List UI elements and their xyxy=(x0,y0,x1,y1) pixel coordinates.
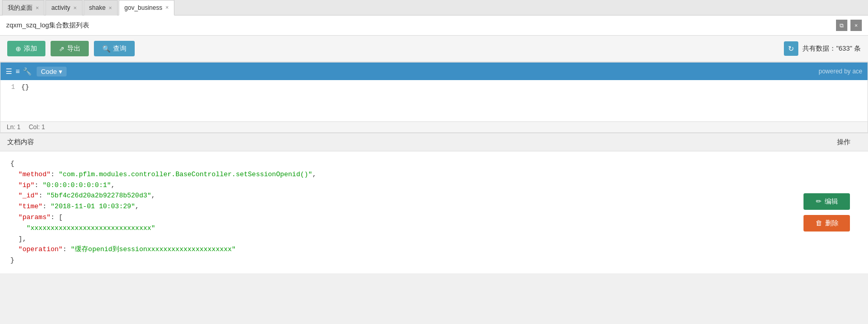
json-line-7: "xxxxxxxxxxxxxxxxxxxxxxxxxxxxxx" xyxy=(10,223,775,234)
export-icon: ⇗ xyxy=(59,45,65,53)
tab-shake-close[interactable]: × xyxy=(109,5,112,11)
code-editor: ☰ ≡ 🔧 Code ▾ powered by ace 1 {} Ln: 1 C… xyxy=(0,62,868,133)
edit-button[interactable]: ✏ 编辑 xyxy=(803,193,850,210)
editor-footer: Ln: 1 Col: 1 xyxy=(1,121,867,132)
json-line-6: "params": [ xyxy=(10,212,775,223)
breadcrumb-bar: zqxm_szq_log集合数据列表 ⧉ × xyxy=(0,16,868,36)
refresh-button[interactable]: ↻ xyxy=(784,41,798,56)
toolbar: ⊕ 添加 ⇗ 导出 🔍 查询 ↻ 共有数据："633" 条 xyxy=(0,36,868,62)
edit-label: 编辑 xyxy=(825,197,838,206)
editor-body[interactable]: 1 {} xyxy=(1,80,867,121)
results-header: 文档内容 操作 xyxy=(0,133,868,151)
breadcrumb-right: ⧉ × xyxy=(836,20,862,31)
add-icon: ⊕ xyxy=(15,45,21,53)
code-label: Code xyxy=(41,68,57,75)
results-section: 文档内容 操作 { "method": "com.pflm.modules.co… xyxy=(0,133,868,273)
delete-button[interactable]: 🗑 删除 xyxy=(803,215,850,232)
breadcrumb: zqxm_szq_log集合数据列表 xyxy=(6,21,89,30)
json-line-10: } xyxy=(10,255,775,266)
tab-desktop[interactable]: 我的桌面 × xyxy=(2,0,44,16)
edit-icon: ✏ xyxy=(816,197,822,205)
search-button[interactable]: 🔍 查询 xyxy=(94,41,135,56)
search-label: 查询 xyxy=(113,44,126,53)
chevron-down-icon: ▾ xyxy=(59,68,62,75)
search-icon: 🔍 xyxy=(102,45,110,53)
delete-icon: 🗑 xyxy=(815,219,822,227)
json-line-9: "operation": "缓存openid到sessionxxxxxxxxxx… xyxy=(10,244,775,255)
editor-header-icons: ☰ ≡ 🔧 xyxy=(6,67,31,75)
results-body: { "method": "com.pflm.modules.controller… xyxy=(0,151,868,273)
export-label: 导出 xyxy=(67,44,81,53)
json-line-1: { xyxy=(10,159,775,169)
wrench-icon[interactable]: 🔧 xyxy=(23,67,31,75)
window-mode-button[interactable]: ⧉ xyxy=(836,20,847,31)
editor-line-1: 1 {} xyxy=(1,82,867,92)
add-label: 添加 xyxy=(24,44,37,53)
line-content-1: {} xyxy=(21,83,29,91)
json-line-5: "time": "2018-11-01 10:03:29", xyxy=(10,202,775,212)
json-line-8: ], xyxy=(10,234,775,245)
col-indicator: Col: 1 xyxy=(29,124,45,131)
ln-indicator: Ln: 1 xyxy=(7,124,21,131)
export-button[interactable]: ⇗ 导出 xyxy=(51,41,89,56)
code-dropdown[interactable]: Code ▾ xyxy=(37,67,67,76)
results-content: { "method": "com.pflm.modules.controller… xyxy=(0,151,785,273)
data-count: 共有数据："633" 条 xyxy=(802,44,861,53)
line-number-1: 1 xyxy=(1,84,21,91)
results-header-right: 操作 xyxy=(837,137,861,147)
tab-activity-close[interactable]: × xyxy=(73,5,76,11)
json-line-2: "method": "com.pflm.modules.controller.B… xyxy=(10,169,775,180)
list-icon[interactable]: ☰ xyxy=(6,67,12,75)
json-line-4: "_id": "5bf4c26d20a2b92278b520d3", xyxy=(10,191,775,202)
tab-shake-label: shake xyxy=(89,4,106,11)
tab-gov-business-label: gov_business xyxy=(124,4,162,11)
tab-bar: 我的桌面 × activity × shake × gov_business × xyxy=(0,0,868,16)
close-window-button[interactable]: × xyxy=(850,20,862,31)
list2-icon[interactable]: ≡ xyxy=(15,67,20,75)
tab-shake[interactable]: shake × xyxy=(84,0,118,16)
json-line-3: "ip": "0:0:0:0:0:0:0:1", xyxy=(10,180,775,191)
powered-by: powered by ace xyxy=(818,68,862,75)
tab-activity-label: activity xyxy=(51,4,70,11)
tab-gov-business-close[interactable]: × xyxy=(165,5,168,10)
results-actions: ✏ 编辑 🗑 删除 xyxy=(785,151,868,273)
results-header-left: 文档内容 xyxy=(7,137,34,147)
add-button[interactable]: ⊕ 添加 xyxy=(7,41,45,56)
editor-header: ☰ ≡ 🔧 Code ▾ powered by ace xyxy=(1,63,867,80)
delete-label: 删除 xyxy=(825,219,839,228)
toolbar-right: ↻ 共有数据："633" 条 xyxy=(784,41,861,56)
tab-gov-business[interactable]: gov_business × xyxy=(119,0,174,16)
tab-desktop-close[interactable]: × xyxy=(36,5,39,11)
tab-activity[interactable]: activity × xyxy=(45,0,82,16)
tab-desktop-label: 我的桌面 xyxy=(8,4,33,12)
